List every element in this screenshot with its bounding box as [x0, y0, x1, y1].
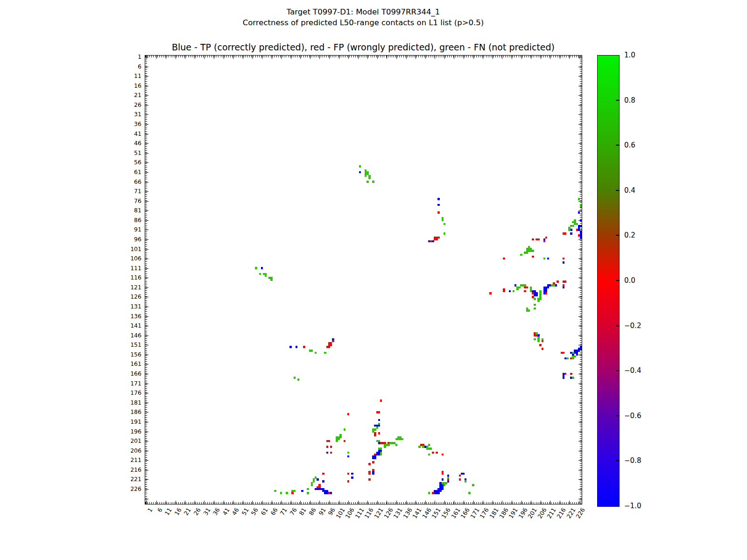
contact-point-fn	[339, 436, 342, 439]
contact-point-tp	[536, 294, 538, 296]
x-tick-label: 61	[260, 507, 269, 517]
contact-point-fn	[259, 273, 261, 275]
contact-point-fn	[378, 440, 381, 442]
contact-point-tp	[347, 455, 350, 458]
contact-point-fp	[318, 486, 321, 489]
contact-point-fn	[520, 254, 522, 256]
contact-point-fp	[542, 348, 544, 350]
contact-point-tp	[578, 211, 580, 214]
colorbar-tick-mark	[616, 280, 619, 281]
contact-point-fn	[543, 258, 546, 260]
contact-point-tp	[582, 348, 582, 350]
x-tick-label: 226	[575, 507, 586, 520]
contact-point-fn	[572, 377, 574, 379]
contact-point-fp	[330, 344, 332, 346]
contact-point-tp	[580, 219, 582, 222]
contact-point-fp	[543, 240, 546, 243]
y-tick-label: 151	[0, 341, 141, 349]
contact-point-fp	[539, 344, 542, 346]
contact-point-fn	[447, 476, 450, 479]
contact-point-fn	[270, 279, 273, 281]
contact-point-tp	[359, 171, 361, 174]
plot-area	[145, 55, 582, 504]
x-axis-minor-ticks-top	[145, 56, 582, 57]
x-tick-label: 76	[289, 507, 298, 517]
contact-point-fp	[372, 469, 374, 471]
y-tick-label: 176	[0, 389, 141, 397]
contact-point-fp	[378, 411, 381, 413]
y-tick-label: 161	[0, 360, 141, 368]
contact-point-fn	[324, 352, 326, 354]
contact-point-fn	[366, 181, 369, 183]
x-tick-label: 146	[421, 507, 433, 520]
y-tick-label: 191	[0, 418, 141, 426]
contact-point-fn	[534, 304, 536, 306]
contact-point-fp	[328, 440, 331, 442]
contact-point-fp	[447, 478, 450, 481]
y-tick-label: 41	[0, 130, 141, 138]
contact-point-tp	[570, 229, 572, 231]
contact-point-fn	[372, 181, 374, 183]
y-tick-label: 11	[0, 72, 141, 80]
contact-point-fn	[365, 175, 367, 177]
contact-point-fp	[436, 452, 438, 454]
contact-point-fp	[372, 461, 374, 463]
contact-point-tp	[437, 198, 440, 200]
contact-point-fn	[518, 287, 521, 289]
contact-point-fn	[294, 377, 296, 379]
contact-point-fp	[503, 290, 505, 293]
contact-point-fn	[526, 252, 529, 254]
contact-point-tp	[437, 492, 440, 494]
contact-point-fn	[536, 332, 538, 335]
contact-point-fn	[513, 290, 515, 293]
contact-point-fn	[344, 428, 346, 431]
contact-point-tp	[378, 425, 381, 427]
contact-point-fn	[359, 165, 361, 168]
contact-point-fn	[574, 356, 576, 358]
contact-point-fp	[532, 238, 534, 241]
contact-point-fp	[368, 478, 371, 481]
y-tick-label: 81	[0, 207, 141, 214]
contact-point-fn	[401, 438, 403, 441]
contact-point-fp	[380, 399, 382, 402]
contact-point-fp	[368, 473, 371, 475]
contact-point-fn	[444, 223, 446, 225]
contact-point-fn	[568, 229, 571, 231]
y-tick-label: 26	[0, 101, 141, 109]
y-tick-label: 196	[0, 428, 141, 435]
contact-point-fp	[459, 475, 461, 477]
contact-point-fp	[563, 258, 565, 260]
contact-point-fn	[368, 177, 371, 179]
contact-point-tp	[547, 287, 550, 289]
contact-point-fn	[380, 454, 382, 456]
x-tick-label: 46	[231, 507, 240, 517]
x-tick-label: 206	[536, 507, 548, 520]
contact-point-tp	[582, 346, 582, 348]
y-tick-label: 16	[0, 82, 141, 90]
contact-point-fn	[384, 446, 386, 448]
contact-point-fn	[444, 484, 446, 486]
x-tick-label: 71	[279, 507, 289, 517]
x-tick-label: 141	[412, 507, 423, 520]
colorbar-tick-label: −0.2	[624, 322, 652, 330]
contact-point-fp	[532, 256, 534, 258]
x-tick-label: 156	[440, 507, 452, 520]
contact-point-fp	[542, 340, 544, 343]
contact-point-fp	[330, 446, 332, 448]
contact-point-fp	[322, 473, 324, 475]
contact-point-fp	[532, 292, 534, 294]
figure-title: Target T0997-D1: Model T0997RR344_1 Corr…	[0, 7, 726, 28]
contact-point-fn	[307, 488, 309, 490]
contact-point-tp	[582, 237, 582, 239]
colorbar-tick-mark	[616, 190, 619, 191]
x-tick-label: 116	[364, 507, 375, 520]
contact-point-fn	[542, 338, 544, 341]
x-tick-label: 11	[164, 507, 173, 517]
contact-point-fn	[338, 438, 340, 441]
x-tick-label: 131	[392, 507, 404, 520]
x-tick-label: 91	[317, 507, 327, 517]
contact-point-tp	[563, 261, 565, 264]
contact-point-tp	[582, 231, 582, 233]
colorbar-tick-label: −0.8	[624, 456, 652, 465]
contact-point-fn	[265, 275, 267, 277]
